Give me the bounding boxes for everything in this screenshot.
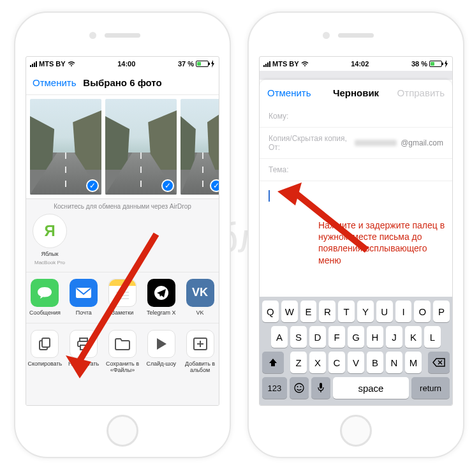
home-button[interactable] <box>107 415 138 447</box>
key-n[interactable]: N <box>386 352 402 373</box>
key-m[interactable]: M <box>405 352 422 373</box>
key-i[interactable]: I <box>395 301 412 322</box>
photo-thumb-3[interactable]: ✓ <box>181 99 219 195</box>
key-b[interactable]: B <box>367 352 383 373</box>
key-p[interactable]: P <box>433 301 450 322</box>
svg-rect-22 <box>320 383 322 389</box>
battery-icon <box>429 61 442 67</box>
key-y[interactable]: Y <box>357 301 374 322</box>
key-a[interactable]: A <box>271 326 288 348</box>
selected-check-icon: ✓ <box>86 179 99 192</box>
mail-compose-sheet: Отменить Черновик Отправить Кому: Копия/… <box>260 80 452 405</box>
share-app-notes[interactable]: Заметки <box>104 279 141 316</box>
add-to-album-icon <box>186 330 214 358</box>
key-l[interactable]: L <box>424 326 441 348</box>
charging-icon <box>210 60 215 68</box>
wifi-icon <box>301 61 309 67</box>
selected-check-icon: ✓ <box>161 179 174 192</box>
share-app-vk[interactable]: VK VK <box>182 279 219 316</box>
selected-check-icon: ✓ <box>210 179 219 192</box>
share-app-messages[interactable]: Сообщения <box>26 279 63 316</box>
navbar-title: Выбрано 6 фото <box>83 77 161 88</box>
key-d[interactable]: D <box>309 326 326 348</box>
share-app-telegram[interactable]: Telegram X <box>143 279 180 316</box>
speaker <box>105 33 140 38</box>
to-field[interactable]: Кому: <box>260 105 452 128</box>
app-label: Telegram X <box>147 310 176 316</box>
key-c[interactable]: C <box>328 352 345 373</box>
key-j[interactable]: J <box>386 326 402 348</box>
key-o[interactable]: O <box>414 301 431 322</box>
emoji-key[interactable] <box>290 377 309 399</box>
clock: 14:00 <box>117 60 135 68</box>
screen-left: MTS BY 14:00 37 % Отменить Выбрано 6 фот… <box>26 56 219 406</box>
key-t[interactable]: T <box>338 301 355 322</box>
photo-thumb-1[interactable]: ✓ <box>30 99 101 195</box>
app-label: Сообщения <box>29 310 61 316</box>
numbers-key[interactable]: 123 <box>262 377 287 399</box>
cancel-button[interactable]: Отменить <box>33 77 77 88</box>
space-key[interactable]: space <box>333 377 409 399</box>
key-s[interactable]: S <box>290 326 307 348</box>
key-q[interactable]: Q <box>262 301 279 322</box>
app-label: VK <box>196 310 204 316</box>
key-k[interactable]: K <box>405 326 422 348</box>
wifi-icon <box>68 61 75 67</box>
front-camera <box>323 32 330 39</box>
mail-body[interactable]: Нажмите и задержите палец в нужном месте… <box>260 181 452 297</box>
key-u[interactable]: U <box>376 301 393 322</box>
return-key[interactable]: return <box>411 377 450 399</box>
action-copy[interactable]: Скопировать <box>26 330 63 374</box>
cc-label: Копия/Скрытая копия, От: <box>269 134 351 152</box>
copy-icon <box>31 330 59 358</box>
from-address-redacted <box>355 140 397 146</box>
action-label: Скопировать <box>28 361 63 368</box>
airdrop-target[interactable]: Я Яблык MacBook Pro <box>33 214 67 265</box>
key-z[interactable]: Z <box>290 352 307 373</box>
action-label: Напечатать <box>68 361 99 368</box>
action-slideshow[interactable]: Слайд-шоу <box>143 330 180 374</box>
status-bar: MTS BY 14:02 38 % <box>260 57 452 71</box>
subject-field[interactable]: Тема: <box>260 159 452 181</box>
airdrop-device: MacBook Pro <box>34 260 65 265</box>
speaker <box>338 33 374 38</box>
keyboard-row-4: 123 space return <box>262 377 450 399</box>
key-x[interactable]: X <box>309 352 326 373</box>
send-button[interactable]: Отправить <box>397 87 445 98</box>
key-e[interactable]: E <box>300 301 317 322</box>
clock: 14:02 <box>351 60 369 68</box>
cancel-button[interactable]: Отменить <box>267 87 311 98</box>
svg-point-21 <box>300 386 301 387</box>
key-h[interactable]: H <box>367 326 383 348</box>
action-add-to-album[interactable]: Добавить в альбом <box>182 330 219 374</box>
key-w[interactable]: W <box>281 301 298 322</box>
keyboard-row-2: ASDFGHJKL <box>262 326 450 348</box>
shift-key[interactable] <box>262 352 284 373</box>
backspace-key[interactable] <box>428 352 450 373</box>
home-button[interactable] <box>340 415 372 447</box>
folder-icon <box>108 330 136 358</box>
key-v[interactable]: V <box>348 352 364 373</box>
print-icon <box>70 330 98 358</box>
cc-from-field[interactable]: Копия/Скрытая копия, От: @gmail.com <box>260 128 452 159</box>
app-label: Заметки <box>112 310 133 316</box>
selected-photos-row[interactable]: ✓ ✓ ✓ <box>26 95 219 198</box>
battery-pct: 38 % <box>411 60 427 68</box>
carrier-label: MTS BY <box>39 60 66 68</box>
iphone-frame-left: MTS BY 14:00 37 % Отменить Выбрано 6 фот… <box>14 11 231 458</box>
svg-rect-10 <box>80 345 87 350</box>
action-save-to-files[interactable]: Сохранить в «Файлы» <box>104 330 141 374</box>
key-r[interactable]: R <box>319 301 336 322</box>
dictation-key[interactable] <box>311 377 330 399</box>
subject-label: Тема: <box>269 165 289 174</box>
photo-thumb-2[interactable]: ✓ <box>105 99 177 195</box>
airdrop-hint: Коснитесь для обмена данными через AirDr… <box>26 199 219 211</box>
key-f[interactable]: F <box>328 326 345 348</box>
key-g[interactable]: G <box>348 326 364 348</box>
front-camera <box>89 32 96 39</box>
mail-navbar: Отменить Черновик Отправить <box>260 80 452 105</box>
share-app-mail[interactable]: Почта <box>65 279 102 316</box>
action-print[interactable]: Напечатать <box>65 330 102 374</box>
text-cursor <box>269 190 270 202</box>
mail-icon <box>70 279 98 307</box>
